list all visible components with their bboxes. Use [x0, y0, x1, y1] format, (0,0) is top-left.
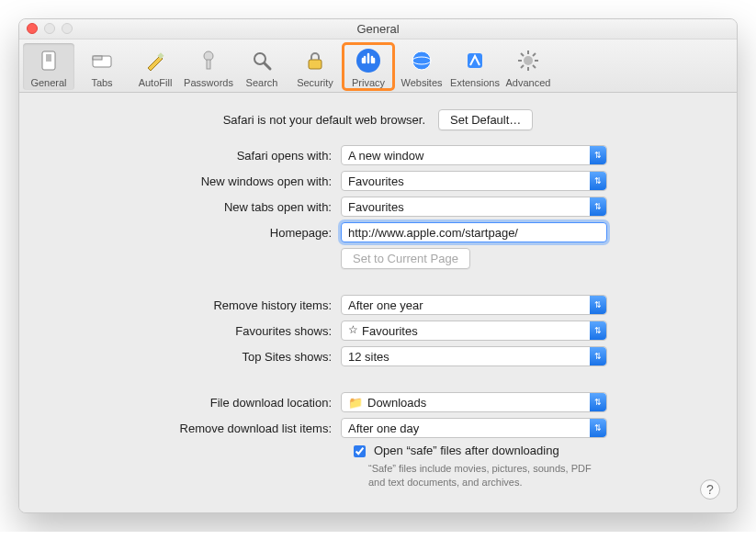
top-sites-label: Top Sites shows:: [38, 350, 341, 364]
svg-rect-9: [309, 60, 322, 69]
download-loc-select[interactable]: 📁 Downloads ⇅: [341, 392, 607, 412]
chevron-updown-icon: ⇅: [590, 172, 606, 190]
security-icon: [300, 46, 330, 75]
toolbar: General Tabs AutoFill Passwords Search: [19, 39, 737, 93]
privacy-icon: [354, 46, 383, 75]
default-browser-message: Safari is not your default web browser.: [223, 113, 425, 127]
minimize-icon: [44, 23, 55, 34]
svg-point-14: [524, 56, 533, 65]
general-icon: [34, 46, 63, 75]
tab-passwords[interactable]: Passwords: [183, 43, 234, 90]
tab-extensions[interactable]: Extensions: [449, 43, 501, 90]
tab-general[interactable]: General: [23, 43, 74, 90]
folder-icon: 📁: [348, 396, 363, 410]
websites-icon: [407, 46, 436, 75]
extensions-icon: [460, 46, 490, 75]
tab-security[interactable]: Security: [289, 43, 341, 90]
opens-with-label: Safari opens with:: [38, 149, 341, 163]
chevron-updown-icon: ⇅: [590, 197, 606, 216]
new-tabs-select[interactable]: Favourites ⇅: [341, 197, 607, 217]
remove-history-label: Remove history items:: [38, 298, 341, 312]
tab-tabs[interactable]: Tabs: [76, 43, 128, 90]
close-icon[interactable]: [27, 23, 38, 34]
open-safe-checkbox[interactable]: [354, 445, 366, 457]
search-icon: [247, 46, 276, 75]
favourites-shows-select[interactable]: ☆ Favourites ⇅: [341, 320, 607, 341]
download-loc-label: File download location:: [38, 396, 341, 410]
svg-line-20: [533, 65, 536, 68]
titlebar: General: [19, 19, 737, 39]
svg-line-19: [521, 53, 524, 56]
homepage-input[interactable]: http://www.apple.com/startpage/: [341, 222, 607, 242]
svg-line-21: [521, 65, 524, 68]
traffic-lights: [27, 23, 73, 34]
help-button[interactable]: ?: [700, 479, 720, 500]
opens-with-select[interactable]: A new window ⇅: [341, 145, 607, 165]
zoom-icon: [62, 23, 73, 34]
chevron-updown-icon: ⇅: [590, 146, 606, 164]
tab-autofill[interactable]: AutoFill: [130, 43, 181, 90]
top-sites-select[interactable]: 12 sites ⇅: [341, 346, 607, 366]
chevron-updown-icon: ⇅: [590, 419, 606, 437]
tab-privacy[interactable]: Privacy: [343, 43, 394, 90]
homepage-label: Homepage:: [38, 226, 341, 240]
advanced-icon: [513, 46, 543, 75]
tab-search[interactable]: Search: [236, 43, 288, 90]
remove-history-select[interactable]: After one year ⇅: [341, 295, 607, 315]
new-windows-select[interactable]: Favourites ⇅: [341, 171, 607, 191]
new-windows-label: New windows open with:: [38, 174, 341, 188]
favourites-shows-label: Favourites shows:: [38, 324, 341, 338]
svg-rect-1: [46, 54, 51, 62]
tab-advanced[interactable]: Advanced: [502, 43, 554, 90]
chevron-updown-icon: ⇅: [590, 393, 606, 411]
svg-line-22: [533, 53, 536, 56]
window-title: General: [356, 22, 399, 36]
passwords-icon: [194, 46, 223, 75]
new-tabs-label: New tabs open with:: [38, 200, 341, 214]
svg-rect-6: [207, 60, 210, 69]
star-icon: ☆: [348, 323, 358, 336]
set-default-button[interactable]: Set Default…: [438, 109, 533, 130]
svg-rect-3: [93, 56, 102, 60]
svg-line-8: [265, 63, 270, 69]
chevron-updown-icon: ⇅: [590, 296, 606, 314]
open-safe-note: “Safe” files include movies, pictures, s…: [368, 462, 598, 489]
tabs-icon: [87, 46, 117, 75]
autofill-icon: [141, 46, 170, 75]
remove-dl-select[interactable]: After one day ⇅: [341, 418, 607, 438]
set-to-current-button[interactable]: Set to Current Page: [341, 248, 470, 269]
preferences-body: Safari is not your default web browser. …: [19, 93, 737, 512]
preferences-window: General General Tabs AutoFill Passwords: [18, 18, 738, 513]
tab-websites[interactable]: Websites: [396, 43, 447, 90]
chevron-updown-icon: ⇅: [590, 321, 606, 340]
remove-dl-label: Remove download list items:: [38, 422, 341, 435]
chevron-updown-icon: ⇅: [590, 347, 606, 365]
open-safe-label: Open “safe” files after downloading: [374, 444, 559, 457]
